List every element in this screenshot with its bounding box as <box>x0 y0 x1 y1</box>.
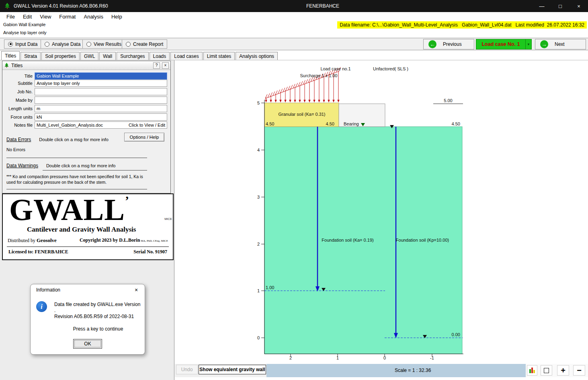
dialog-message: Data file created by GWALL.exe Version .… <box>54 302 142 332</box>
job-no-field[interactable] <box>35 88 167 95</box>
menu-analysis[interactable]: Analysis <box>80 12 107 21</box>
tab-analysis-options[interactable]: Analysis options <box>236 52 278 60</box>
legend-chart-button[interactable] <box>527 365 537 376</box>
minimize-button[interactable]: — <box>533 0 551 12</box>
credentials-text: MA, PhD, CEng, MICE <box>141 239 168 242</box>
tab-wall[interactable]: Wall <box>99 52 116 60</box>
maximize-button[interactable]: □ <box>551 0 570 12</box>
dialog-title: Information <box>36 287 60 293</box>
zoom-out-icon: − <box>577 366 582 374</box>
foundation-soil-right-label: Foundation soil (Kp=10.00) <box>396 238 449 242</box>
fit-view-button[interactable] <box>541 365 552 376</box>
tab-surcharges[interactable]: Surcharges <box>117 52 148 60</box>
tab-gwl[interactable]: GWL <box>80 52 98 60</box>
help-button[interactable]: ? <box>153 62 160 69</box>
previous-button[interactable]: ← Previous <box>423 39 474 49</box>
svg-text:3: 3 <box>257 195 260 199</box>
length-units-field-label: Length units <box>3 105 35 112</box>
subtitle-field[interactable]: Analyse top layer only <box>35 80 167 87</box>
ok-button[interactable]: OK <box>73 339 102 349</box>
titles-window-titlebar[interactable]: Titles ? × <box>2 61 170 70</box>
distributed-by-text: Distributed by Geosolve <box>8 237 57 244</box>
surcharge-label: Surcharge 1 x 1.00 <box>300 73 338 78</box>
tab-titles[interactable]: Titles <box>1 51 20 60</box>
gwall-logo-mark: ’ <box>125 193 129 207</box>
dropdown-arrow-icon[interactable]: ▼ <box>525 39 531 49</box>
svg-text:5: 5 <box>257 101 260 105</box>
titles-window-icon <box>4 63 9 68</box>
dialog-message-line1: Data file created by GWALL.exe Version . <box>54 302 142 314</box>
info-icon: i <box>36 301 47 312</box>
options-help-button[interactable]: Options / Help <box>124 133 164 142</box>
radio-icon <box>126 42 131 47</box>
licensed-to-text: Licensed to: FENERBAHCE <box>8 249 68 255</box>
distributor-name: Geosolve <box>37 237 57 243</box>
next-button[interactable]: → Next <box>535 39 586 49</box>
title-field[interactable]: Gabion Wall Example <box>35 72 167 80</box>
notes-view-edit-link[interactable]: Click to View / Edit <box>129 122 165 128</box>
input-tabs: Titles Strata Soil properties GWL Wall S… <box>0 51 588 60</box>
square-icon <box>544 368 549 373</box>
dialog-close-button[interactable]: × <box>132 287 141 293</box>
load-case-selector[interactable]: Load case No. 1 ▼ <box>476 39 532 49</box>
tab-load-cases[interactable]: Load cases <box>170 52 202 60</box>
elevation-label-mid: 4.50 <box>326 121 334 126</box>
titles-window-title: Titles <box>11 63 23 68</box>
warning-message[interactable]: *** Ko and compaction pressures have not… <box>6 174 146 185</box>
undo-button[interactable]: Undo <box>176 365 198 374</box>
svg-text:1: 1 <box>257 288 260 293</box>
bar-chart-icon <box>529 367 535 374</box>
titles-close-button[interactable]: × <box>162 62 169 69</box>
force-units-field-label: Force units <box>3 113 35 121</box>
project-subtitle-text: Analyse top layer only <box>3 30 47 35</box>
menu-help[interactable]: Help <box>107 12 126 21</box>
tab-strata[interactable]: Strata <box>20 52 41 60</box>
mode-input-data-label: Input Data <box>15 41 37 47</box>
show-gravity-wall-button[interactable]: Show equivalent gravity wall <box>199 365 266 374</box>
mode-toolbar: Input Data Analyse Data View Results Cre… <box>0 38 588 50</box>
wall-cross-section: 5 4 3 2 1 0 2 1 0 -1 <box>175 60 588 364</box>
window-title: GWALL Version 4.01 Revision A06.B06.R60 <box>14 3 108 9</box>
previous-arrow-icon: ← <box>428 40 436 48</box>
window-titlebar[interactable]: GWALL Version 4.01 Revision A06.B06.R60 … <box>0 0 588 12</box>
next-label: Next <box>555 41 565 47</box>
menu-edit[interactable]: Edit <box>19 12 36 21</box>
mode-input-data[interactable]: Input Data <box>4 39 41 49</box>
load-case-label: Load case No. 1 <box>476 39 525 49</box>
made-by-field-label: Made by <box>3 97 35 104</box>
subtitle-field-label: Subtitle <box>3 80 35 87</box>
header-area: Gabion Wall Example Analyse top layer on… <box>0 21 588 38</box>
svg-text:2: 2 <box>257 242 260 246</box>
tab-soil-properties[interactable]: Soil properties <box>41 52 80 60</box>
data-filename-banner: Data filename: C:\...\Gabion_Wall_Multi-… <box>337 21 587 29</box>
no-errors-text: No Errors <box>6 147 25 152</box>
menu-view[interactable]: View <box>36 12 55 21</box>
bearing-label: Bearing <box>344 121 359 126</box>
tab-loads[interactable]: Loads <box>150 52 170 60</box>
mode-analyse-data-label: Analyse Data <box>52 41 80 47</box>
tab-limit-states[interactable]: Limit states <box>203 52 235 60</box>
mode-analyse-data[interactable]: Analyse Data <box>41 39 84 49</box>
data-warnings-heading: Data Warnings <box>6 163 38 168</box>
menu-file[interactable]: File <box>2 12 19 21</box>
dialog-titlebar[interactable]: Information × <box>31 284 145 296</box>
drawing-canvas: 5 4 3 2 1 0 2 1 0 -1 <box>175 60 588 364</box>
next-arrow-icon: → <box>540 40 548 48</box>
dialog-message-line3: Press a key to continue <box>54 326 142 332</box>
force-units-field[interactable]: kN <box>35 113 167 121</box>
titles-window: Titles ? × Title Gabion Wall Example Sub… <box>2 61 171 193</box>
close-button[interactable]: × <box>570 0 588 12</box>
menu-bar: File Edit View Format Analysis Help <box>0 12 588 21</box>
notes-file-field[interactable]: Multi_Level_Gabion_Analysis.doc Click to… <box>35 121 167 129</box>
mode-create-report[interactable]: Create Report <box>122 39 167 49</box>
length-units-field[interactable]: m <box>35 105 167 112</box>
zoom-out-button[interactable]: − <box>573 365 585 376</box>
zoom-in-button[interactable]: + <box>557 365 569 376</box>
notes-file-value: Multi_Level_Gabion_Analysis.doc <box>37 122 103 128</box>
menu-format[interactable]: Format <box>55 12 80 21</box>
mode-view-results[interactable]: View Results <box>82 39 125 49</box>
load-case-text: Load case no.1 <box>320 66 350 71</box>
svg-text:1: 1 <box>336 355 339 360</box>
job-no-field-label: Job No. <box>3 88 35 95</box>
made-by-field[interactable] <box>35 97 167 104</box>
